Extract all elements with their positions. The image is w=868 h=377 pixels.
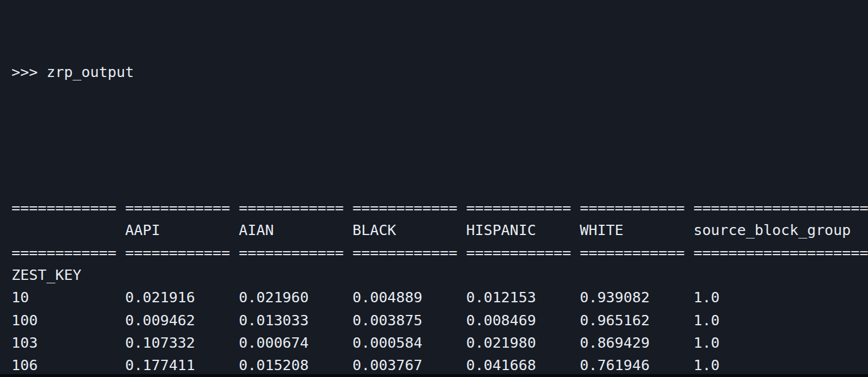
column-separator: ============ (239, 241, 352, 264)
table-cell: 0.939082 (580, 286, 693, 309)
column-separator: ==================== (693, 241, 868, 264)
table-cell: 0.761946 (580, 354, 693, 374)
screen-bottom-edge (0, 374, 868, 377)
table-cell: 0.021960 (239, 286, 352, 309)
column-separator: ============ (239, 197, 352, 219)
table-row: 100.0219160.0219600.0048890.0121530.9390… (11, 286, 868, 309)
index-header (11, 219, 125, 241)
column-header: source_block_group (693, 219, 868, 241)
row-index-cell: 10 (11, 286, 125, 309)
table-cell: 0.012153 (466, 286, 580, 309)
table-cell: 0.015208 (239, 354, 352, 374)
column-separator: ============ (11, 241, 125, 264)
table-index-label-row: ZEST_KEY (11, 264, 868, 286)
row-index-cell: 100 (11, 309, 125, 332)
column-separator: ============ (580, 197, 693, 219)
column-separator: ============ (580, 241, 693, 264)
dataframe-output-table: ========================================… (11, 197, 868, 374)
column-header: WHITE (580, 219, 693, 241)
table-cell: 0.000674 (239, 332, 352, 354)
table-cell: 0.041668 (466, 354, 580, 374)
table-cell: 0.009462 (125, 309, 239, 332)
table-cell: 0.004889 (352, 286, 466, 309)
table-cell: 0.000584 (352, 332, 466, 354)
row-index-cell: 106 (11, 354, 125, 374)
table-cell: 0.107332 (125, 332, 239, 354)
column-header: AIAN (239, 219, 352, 241)
repl-command-line: >>> zrp_output (11, 61, 868, 83)
table-cell: 0.008469 (466, 309, 580, 332)
table-cell: 0.013033 (239, 309, 352, 332)
table-cell: 1.0 (693, 286, 868, 309)
table-cell: 1.0 (693, 332, 868, 354)
column-separator: ============ (11, 197, 125, 219)
column-separator: ============ (466, 197, 580, 219)
column-separator: ==================== (693, 197, 868, 219)
column-header: BLACK (352, 219, 466, 241)
table-cell: 1.0 (693, 309, 868, 332)
table-cell: 0.003767 (352, 354, 466, 374)
column-separator: ============ (466, 241, 580, 264)
table-row: 1030.1073320.0006740.0005840.0219800.869… (11, 332, 868, 354)
repl-command: zrp_output (46, 64, 134, 80)
python-repl-terminal[interactable]: >>> zrp_output =========================… (0, 0, 868, 374)
table-row: 1060.1774110.0152080.0037670.0416680.761… (11, 354, 868, 374)
column-header: HISPANIC (466, 219, 580, 241)
terminal-screen: >>> zrp_output =========================… (0, 0, 868, 377)
column-separator: ============ (352, 197, 466, 219)
table-cell: 0.869429 (580, 332, 693, 354)
row-index-cell: 103 (11, 332, 125, 354)
table-cell: 0.965162 (580, 309, 693, 332)
index-label: ZEST_KEY (11, 264, 125, 286)
table-header-separator: ========================================… (11, 241, 868, 264)
table-cell: 0.021980 (466, 332, 580, 354)
table-header-row: AAPIAIANBLACKHISPANICWHITEsource_block_g… (11, 219, 868, 241)
table-top-separator: ========================================… (11, 197, 868, 219)
table-row: 1000.0094620.0130330.0038750.0084690.965… (11, 309, 868, 332)
table-cell: 0.177411 (125, 354, 239, 374)
column-separator: ============ (125, 241, 239, 264)
table-cell: 0.003875 (352, 309, 466, 332)
blank-line (11, 129, 868, 151)
repl-prompt: >>> (11, 64, 46, 80)
table-cell: 1.0 (693, 354, 868, 374)
column-separator: ============ (125, 197, 239, 219)
table-cell: 0.021916 (125, 286, 239, 309)
column-header: AAPI (125, 219, 239, 241)
column-separator: ============ (352, 241, 466, 264)
